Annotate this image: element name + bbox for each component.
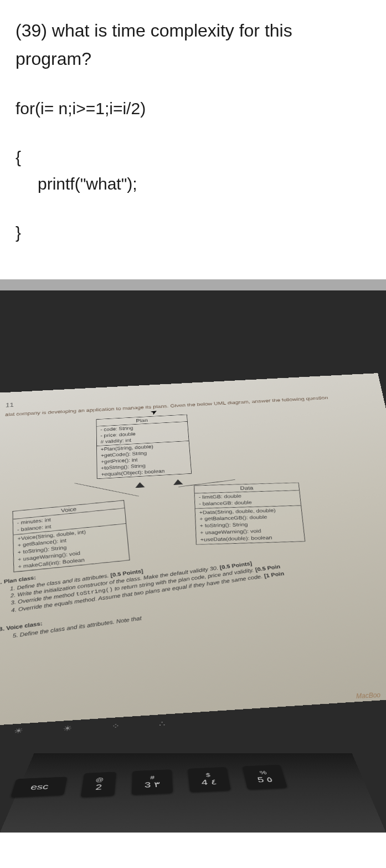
blank-line [16,122,370,144]
key-4: $4 ٤ [188,767,230,792]
key-2-number: 2 [95,783,102,792]
key-5: %5 ٥ [242,765,287,790]
key-5-arabic: ٥ [265,775,274,784]
uml-plan-ops: +Plan(String, double) +getCode(): String… [97,441,191,479]
code-printf: printf("what"); [16,171,370,197]
uml-class-voice: Voice - minutes: int - balance: int +Voi… [13,501,130,573]
code-for-line: for(i= n;i>=1;i=i/2) [16,95,370,122]
inheritance-arrow-icon [135,482,145,488]
brightness-up-icon: ☀ [62,724,73,733]
code-close-brace: } [16,219,370,246]
uml-class-plan: Plan - code: String - price: double # va… [96,415,192,479]
macbook-label: MacBoo [356,691,381,700]
key-esc: esc [11,777,67,798]
task-a4-points: [1 Poin [264,570,285,579]
photo-laptop-question: 11 alat company is developing an applica… [0,290,386,833]
question-39-block: (39) what is time complexity for this pr… [0,0,386,279]
key-5-number: 5 [256,776,265,784]
inheritance-arrow-icon [173,479,183,486]
keyboard-light-icon: ⁘ [111,722,120,731]
key-esc-label: esc [30,783,50,792]
key-4-number: 4 [201,778,208,787]
key-3-arabic: ٣ [154,780,160,789]
uml-data-ops: +Data(String, double, double) + getBalan… [195,506,305,544]
laptop-screen: 11 alat company is developing an applica… [0,374,386,728]
uml-class-data: Data - limitGB: double - balanceGB: doub… [194,483,305,545]
key-3: #3 ٣ [132,770,173,795]
question-39-title: (39) what is time complexity for this pr… [16,17,370,73]
key-3-number: 3 [145,781,151,789]
blank-line [16,197,370,219]
key-2: @2 [81,772,116,797]
brightness-down-icon: ☀︎ [13,727,24,736]
uml-line [75,483,139,497]
key-4-arabic: ٤ [210,778,217,786]
keyboard-light-icon: ∴ [159,719,166,728]
code-open-brace: { [16,144,370,171]
divider [0,279,386,290]
